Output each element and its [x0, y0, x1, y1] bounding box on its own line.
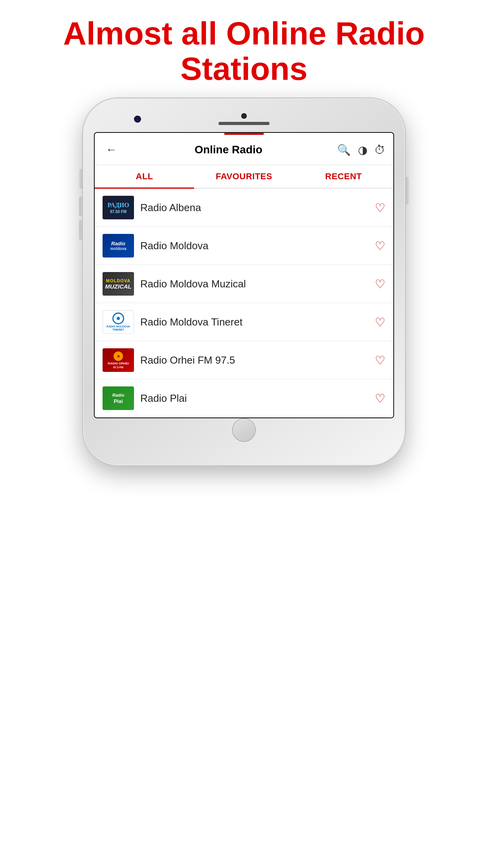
favourite-button[interactable]: ♡ — [375, 201, 385, 215]
station-list: РАДИО 97.50 FM Radio Albena ♡ Radio mold… — [95, 189, 393, 417]
list-item[interactable]: РАДИО 97.50 FM Radio Albena ♡ — [95, 189, 393, 227]
favourite-button[interactable]: ♡ — [375, 277, 385, 291]
list-item[interactable]: RADIO MOLDOVATINERET Radio Moldova Tiner… — [95, 303, 393, 341]
header-actions: 🔍 ◑ ⏱ — [337, 143, 385, 156]
tab-recent[interactable]: RECENT — [294, 165, 393, 188]
station-name: Radio Moldova Muzical — [140, 278, 369, 290]
list-item[interactable]: Radio Plai Radio Plai ♡ — [95, 379, 393, 417]
favourite-button[interactable]: ♡ — [375, 392, 385, 405]
search-icon[interactable]: 🔍 — [337, 143, 351, 156]
station-logo-muzical: MOLDOVA MUZICAL — [103, 272, 134, 296]
brightness-icon[interactable]: ◑ — [358, 143, 367, 156]
favourite-button[interactable]: ♡ — [375, 315, 385, 329]
favourite-button[interactable]: ♡ — [375, 239, 385, 253]
station-name: Radio Moldova Tineret — [140, 316, 369, 328]
list-item[interactable]: ⊕ RADIO ORHEI 97.5 FM Radio Orhei FM 97.… — [95, 341, 393, 379]
station-name: Radio Albena — [140, 202, 369, 214]
tab-bar: ALL FAVOURITES RECENT — [95, 165, 393, 189]
station-logo-tineret: RADIO MOLDOVATINERET — [103, 310, 134, 334]
tab-all[interactable]: ALL — [95, 165, 194, 188]
phone-speaker — [218, 122, 270, 125]
list-item[interactable]: MOLDOVA MUZICAL Radio Moldova Muzical ♡ — [95, 265, 393, 303]
app-title: Online Radio — [124, 143, 333, 156]
station-logo-moldova: Radio moldova — [103, 234, 134, 257]
timer-icon[interactable]: ⏱ — [374, 143, 385, 156]
favourite-button[interactable]: ♡ — [375, 353, 385, 367]
tab-favourites[interactable]: FAVOURITES — [194, 165, 294, 188]
station-name: Radio Orhei FM 97.5 — [140, 354, 369, 366]
list-item[interactable]: Radio moldova Radio Moldova ♡ — [95, 227, 393, 265]
station-name: Radio Moldova — [140, 240, 369, 252]
phone-screen: ← Online Radio 🔍 ◑ ⏱ ALL FAVOURITES RECE… — [94, 132, 394, 418]
app-header: ← Online Radio 🔍 ◑ ⏱ — [95, 135, 393, 165]
rear-camera — [241, 113, 247, 119]
phone-bottom — [94, 418, 394, 438]
station-logo-albena: РАДИО 97.50 FM — [103, 196, 134, 219]
home-button[interactable] — [232, 418, 256, 442]
station-logo-orhei: ⊕ RADIO ORHEI 97.5 FM — [103, 348, 134, 372]
station-logo-plai: Radio Plai — [103, 386, 134, 410]
page-heading: Almost all Online Radio Stations — [0, 16, 488, 86]
back-button[interactable]: ← — [103, 142, 120, 158]
phone-frame: ← Online Radio 🔍 ◑ ⏱ ALL FAVOURITES RECE… — [83, 98, 405, 465]
station-name: Radio Plai — [140, 392, 369, 405]
